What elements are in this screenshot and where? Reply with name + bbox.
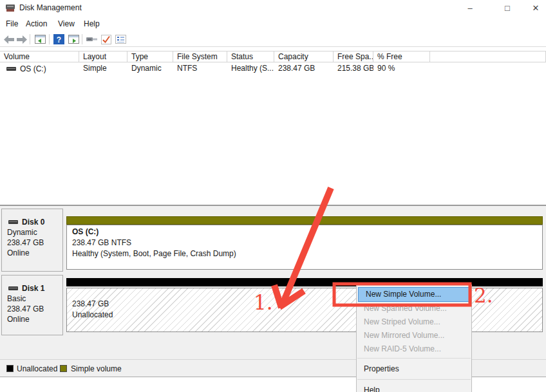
cell-type: Dynamic xyxy=(127,63,173,74)
disk-drive-icon xyxy=(8,220,18,224)
window-title: Disk Management xyxy=(19,3,82,12)
disk1-size: 238.47 GB xyxy=(7,304,62,314)
disk1-name: Disk 1 xyxy=(22,284,44,293)
column-header-percent-free[interactable]: % Free xyxy=(373,51,430,62)
menu-action[interactable]: Action xyxy=(23,18,50,30)
cell-file-system: NTFS xyxy=(173,63,227,74)
console-tree-icon xyxy=(35,35,46,44)
device-tool-icon xyxy=(86,35,98,43)
toolbar-separator xyxy=(82,34,82,44)
disk0-info-panel[interactable]: Disk 0 Dynamic 238.47 GB Online xyxy=(1,209,63,272)
show-action-pane-button[interactable] xyxy=(67,33,80,45)
disk-drive-icon xyxy=(8,286,18,290)
disk0-kind: Dynamic xyxy=(7,227,62,238)
forward-arrow-icon xyxy=(17,35,27,44)
properties-list-button[interactable] xyxy=(114,33,127,45)
cell-layout: Simple xyxy=(79,63,127,74)
forward-button[interactable] xyxy=(15,33,28,45)
menu-item-new-spanned-volume: New Spanned Volume... xyxy=(357,302,471,315)
disk1-kind: Basic xyxy=(7,294,62,304)
menu-item-help[interactable]: Help xyxy=(357,382,471,392)
column-header-layout[interactable]: Layout xyxy=(79,51,127,62)
action-pane-icon xyxy=(68,35,79,44)
disk0-name: Disk 0 xyxy=(22,218,44,227)
toolbar: ? xyxy=(0,32,546,47)
cell-volume: OS (C:) xyxy=(20,64,46,73)
close-button[interactable]: ✕ xyxy=(523,0,546,16)
toolbar-separator xyxy=(30,34,30,44)
menu-item-new-simple-volume[interactable]: New Simple Volume... xyxy=(358,287,470,302)
help-button[interactable]: ? xyxy=(52,33,65,45)
help-icon: ? xyxy=(53,34,64,44)
cell-capacity: 238.47 GB xyxy=(274,63,334,74)
legend-unallocated-label: Unallocated xyxy=(17,364,57,374)
disk0-volume-box[interactable]: OS (C:) 238.47 GB NTFS Healthy (System, … xyxy=(66,225,543,270)
column-header-file-system[interactable]: File System xyxy=(173,51,227,62)
toolbar-separator xyxy=(49,34,50,44)
disk0-volume-title: OS (C:) xyxy=(72,227,542,238)
svg-text:?: ? xyxy=(56,35,61,44)
disk0-volume-size: 238.47 GB NTFS xyxy=(72,238,542,248)
disk0-volume-health: Healthy (System, Boot, Page File, Crash … xyxy=(72,248,542,259)
column-header-free-space[interactable]: Free Spa... xyxy=(334,51,373,62)
disk0-size: 238.47 GB xyxy=(7,238,62,248)
disk1-state: Online xyxy=(7,314,62,324)
volume-table-header: Volume Layout Type File System Status Ca… xyxy=(0,51,546,62)
disk-management-window: Disk Management – □ ✕ File Action View H… xyxy=(0,0,546,392)
back-arrow-icon xyxy=(4,35,14,44)
table-row-os-c[interactable]: OS (C:) Simple Dynamic NTFS Healthy (S..… xyxy=(0,63,546,74)
menu-item-new-striped-volume: New Striped Volume... xyxy=(357,315,471,329)
legend-simple-volume-swatch xyxy=(60,365,67,372)
column-header-blank xyxy=(430,51,546,62)
context-menu: New Simple Volume... New Spanned Volume.… xyxy=(356,285,472,392)
app-disk-icon xyxy=(6,4,15,14)
menu-view[interactable]: View xyxy=(55,18,77,30)
cell-percent-free: 90 % xyxy=(373,63,430,74)
title-bar: Disk Management – □ ✕ xyxy=(0,0,546,16)
show-console-tree-button[interactable] xyxy=(33,33,46,45)
legend-simple-volume-label: Simple volume xyxy=(71,364,122,374)
checkmark-icon xyxy=(101,35,111,44)
device-tool-button[interactable] xyxy=(86,33,99,45)
back-button[interactable] xyxy=(3,33,15,45)
disk0-volume-color-band xyxy=(66,216,543,225)
menu-separator xyxy=(357,379,471,380)
cell-free-space: 215.38 GB xyxy=(334,63,373,74)
legend-unallocated-swatch xyxy=(6,365,14,372)
column-header-status[interactable]: Status xyxy=(227,51,274,62)
maximize-button[interactable]: □ xyxy=(494,0,520,16)
menu-bar: File Action View Help xyxy=(0,16,546,32)
column-header-type[interactable]: Type xyxy=(127,51,173,62)
disk0-state: Online xyxy=(7,248,62,258)
menu-item-new-raid5-volume: New RAID-5 Volume... xyxy=(357,342,471,356)
menu-item-properties[interactable]: Properties xyxy=(357,360,471,377)
volume-list-pane: Volume Layout Type File System Status Ca… xyxy=(0,47,546,205)
minimize-button[interactable]: – xyxy=(457,0,483,16)
menu-file[interactable]: File xyxy=(3,18,21,30)
list-icon xyxy=(115,35,126,44)
menu-item-new-mirrored-volume: New Mirrored Volume... xyxy=(357,329,471,342)
menu-separator xyxy=(357,358,471,359)
menu-help[interactable]: Help xyxy=(81,18,102,30)
column-header-volume[interactable]: Volume xyxy=(0,51,79,62)
volume-drive-icon xyxy=(6,63,16,74)
cell-status: Healthy (S... xyxy=(227,63,274,74)
check-disk-button[interactable] xyxy=(100,33,113,45)
disk1-info-panel[interactable]: Disk 1 Basic 238.47 GB Online xyxy=(1,275,63,335)
column-header-capacity[interactable]: Capacity xyxy=(274,51,334,62)
